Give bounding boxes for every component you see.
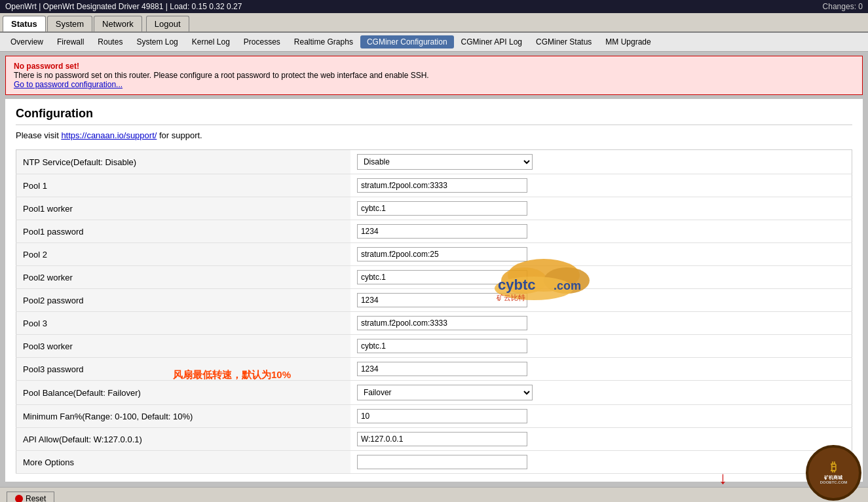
- table-row: Pool1 worker: [16, 197, 852, 220]
- field-value-pool1worker: [350, 197, 852, 220]
- tab-system[interactable]: System: [47, 16, 92, 31]
- main-content: Configuration Please visit https://canaa…: [5, 99, 863, 482]
- field-label-pool3: Pool 3: [16, 312, 350, 335]
- subnav-routes[interactable]: Routes: [91, 35, 129, 48]
- table-row: Pool3 password: [16, 358, 852, 381]
- table-row: Pool Balance(Default: Failover) Failover…: [16, 381, 852, 405]
- title-bar: OpenWrt | OpenWrt Designated Driver 4988…: [0, 0, 868, 13]
- field-value-pool2: [350, 243, 852, 266]
- field-value-pool3worker: [350, 335, 852, 358]
- config-table: NTP Service(Default: Disable) Disable En…: [16, 149, 852, 474]
- table-row: Pool 1: [16, 174, 852, 197]
- table-row: Pool 2: [16, 243, 852, 266]
- subnav-cgminerconfiguration[interactable]: CGMiner Configuration: [360, 35, 454, 48]
- title-bar-left: OpenWrt | OpenWrt Designated Driver 4988…: [5, 2, 242, 11]
- subnav-processes[interactable]: Processes: [237, 35, 287, 48]
- main-nav: Status System Network Logout: [0, 13, 868, 33]
- pool1worker-input[interactable]: [357, 201, 527, 216]
- subnav-kernellog[interactable]: Kernel Log: [185, 35, 236, 48]
- page-title: Configuration: [16, 107, 852, 125]
- field-value-pool3password: [350, 358, 852, 381]
- table-row: More Options: [16, 451, 852, 474]
- warning-banner: No password set! There is no password se…: [5, 56, 863, 95]
- pool2worker-input[interactable]: [357, 270, 527, 284]
- field-value-pool1password: [350, 220, 852, 243]
- ntp-select[interactable]: Disable Enable: [357, 154, 533, 170]
- pool3worker-input[interactable]: [357, 339, 527, 353]
- table-row: Minimum Fan%(Range: 0-100, Default: 10%): [16, 405, 852, 428]
- bottom-bar: Reset ↓ ₿ 矿机商城 DOOBTC.COM: [0, 487, 868, 502]
- field-label-pool1worker: Pool1 worker: [16, 197, 350, 220]
- pool2password-input[interactable]: [357, 293, 527, 307]
- table-row: Pool 3: [16, 312, 852, 335]
- support-text: Please visit https://canaan.io/support/ …: [16, 130, 852, 140]
- poolbalance-select[interactable]: Failover Round Robin Rotate: [357, 385, 533, 400]
- pool1password-input[interactable]: [357, 224, 527, 239]
- field-label-pool2worker: Pool2 worker: [16, 266, 350, 289]
- field-label-pool1: Pool 1: [16, 174, 350, 197]
- warning-message: There is no password set on this router.…: [14, 71, 854, 80]
- field-value-apiallow: [350, 428, 852, 451]
- pool3-input[interactable]: [357, 316, 527, 330]
- reset-button[interactable]: Reset: [7, 492, 54, 502]
- pool3password-input[interactable]: [357, 362, 527, 376]
- field-value-pool2worker: [350, 266, 852, 289]
- field-value-pool1: [350, 174, 852, 197]
- support-link[interactable]: https://canaan.io/support/: [61, 130, 157, 140]
- field-label-pool3worker: Pool3 worker: [16, 335, 350, 358]
- subnav-cgminerapilog[interactable]: CGMiner API Log: [455, 35, 529, 48]
- subnav-systemlog[interactable]: System Log: [130, 35, 184, 48]
- field-label-pool3password: Pool3 password: [16, 358, 350, 381]
- field-value-pool2password: [350, 289, 852, 312]
- field-label-apiallow: API Allow(Default: W:127.0.0.1): [16, 428, 350, 451]
- pool2-input[interactable]: [357, 247, 527, 261]
- warning-title: No password set!: [14, 62, 854, 71]
- field-value-moreoptions: [350, 451, 852, 474]
- field-value-minfan: [350, 405, 852, 428]
- apiallow-input[interactable]: [357, 432, 527, 446]
- subnav-overview[interactable]: Overview: [4, 35, 50, 48]
- pool1-input[interactable]: [357, 178, 527, 193]
- minfan-input[interactable]: [357, 409, 527, 423]
- subnav-realtimegraphs[interactable]: Realtime Graphs: [288, 35, 360, 48]
- table-row: Pool2 password: [16, 289, 852, 312]
- table-row: NTP Service(Default: Disable) Disable En…: [16, 150, 852, 174]
- sub-nav: Overview Firewall Routes System Log Kern…: [0, 33, 868, 52]
- table-row: Pool2 worker: [16, 266, 852, 289]
- reset-icon: [15, 495, 23, 502]
- subnav-firewall[interactable]: Firewall: [50, 35, 90, 48]
- field-value-poolbalance: Failover Round Robin Rotate: [350, 381, 852, 405]
- field-label-pool2password: Pool2 password: [16, 289, 350, 312]
- password-config-link[interactable]: Go to password configuration...: [14, 80, 123, 89]
- field-label-minfan: Minimum Fan%(Range: 0-100, Default: 10%): [16, 405, 350, 428]
- field-label-poolbalance: Pool Balance(Default: Failover): [16, 381, 350, 405]
- field-label-pool2: Pool 2: [16, 243, 350, 266]
- reset-label: Reset: [26, 494, 46, 502]
- subnav-mmupgrade[interactable]: MM Upgrade: [599, 35, 657, 48]
- table-row: API Allow(Default: W:127.0.0.1): [16, 428, 852, 451]
- subnav-cgminerstatus[interactable]: CGMiner Status: [529, 35, 598, 48]
- field-label-ntp: NTP Service(Default: Disable): [16, 150, 350, 174]
- tab-network[interactable]: Network: [94, 16, 142, 31]
- tab-logout[interactable]: Logout: [146, 16, 189, 31]
- field-label-pool1password: Pool1 password: [16, 220, 350, 243]
- field-value-pool3: [350, 312, 852, 335]
- moreoptions-input[interactable]: [357, 455, 527, 469]
- changes-info: Changes: 0: [823, 2, 863, 11]
- table-row: Pool3 worker: [16, 335, 852, 358]
- field-label-moreoptions: More Options: [16, 451, 350, 474]
- field-value-ntp: Disable Enable: [350, 150, 852, 174]
- table-row: Pool1 password: [16, 220, 852, 243]
- tab-status[interactable]: Status: [3, 16, 46, 31]
